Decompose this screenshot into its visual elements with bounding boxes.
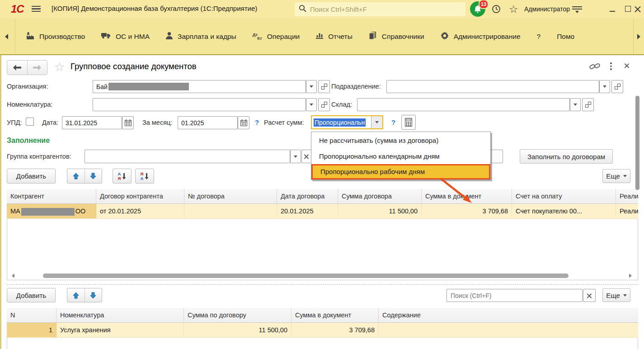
cell-contract-sum[interactable]: 11 500,00 [184, 323, 291, 338]
contracts-more-button[interactable]: Еще [602, 169, 630, 183]
hscroll-left-arrow[interactable] [12, 274, 14, 278]
get-link-icon[interactable] [589, 61, 602, 73]
back-button[interactable] [7, 61, 28, 75]
nomenclature-label: Номенклатура: [7, 101, 52, 108]
notifications-button[interactable]: 13 [470, 1, 487, 18]
sort-descending-button[interactable]: ЯА [135, 169, 154, 184]
move-up-button[interactable] [67, 288, 85, 302]
minimize-button[interactable] [610, 11, 615, 12]
warehouse-dropdown-button[interactable] [570, 98, 581, 111]
calc-combobox[interactable]: Пропорциональн [311, 115, 383, 129]
column-header[interactable]: Сумма в документ [291, 308, 379, 323]
menu-item-reports[interactable]: Отчеты [316, 32, 353, 41]
cell-content[interactable] [379, 323, 638, 338]
items-add-button[interactable]: Добавить [7, 288, 56, 302]
calculator-button[interactable] [401, 115, 416, 130]
forward-arrow-icon [33, 65, 41, 71]
organization-dropdown-button[interactable] [306, 80, 317, 93]
dropdown-option-no-calc[interactable]: Не рассчитывать (сумма из договора) [311, 132, 490, 149]
form-favorite-star-icon[interactable]: ☆ [54, 60, 65, 74]
column-header[interactable]: Договор контрагента [96, 189, 184, 204]
items-search-clear-button[interactable] [583, 289, 596, 302]
column-header[interactable]: Сумма договора [338, 189, 422, 204]
month-help-icon[interactable]: ? [255, 118, 259, 126]
column-header[interactable]: Номенклатура [56, 308, 184, 323]
column-header[interactable]: N [7, 308, 56, 323]
column-header[interactable]: Содержание [379, 308, 638, 323]
column-header[interactable]: Контрагент [7, 189, 96, 204]
menu-item-production[interactable]: Производство [26, 32, 85, 41]
move-down-button[interactable] [85, 288, 102, 302]
form-close-button[interactable] [624, 63, 630, 69]
nomenclature-open-button[interactable] [318, 98, 330, 111]
column-header[interactable]: № договора [184, 189, 277, 204]
menu-item-os-nma[interactable]: ОС и НМА [101, 32, 150, 41]
app-window: 1С [КОПИЯ] Демонстрационная база бухгалт… [0, 0, 644, 349]
cell-invoice[interactable]: Счет покупателю 00... [512, 204, 616, 219]
cell-contract[interactable]: от 20.01.2025 [96, 204, 184, 219]
cell-nomenclature[interactable]: Услуга хранения [56, 323, 184, 338]
nomenclature-dropdown-button[interactable] [306, 98, 317, 111]
items-table-row: 1 Услуга хранения 11 500,00 3 709,68 [7, 323, 638, 338]
cell-realization[interactable]: Реализа [616, 204, 638, 219]
column-header[interactable]: Дата договора [277, 189, 338, 204]
maximize-button[interactable] [625, 6, 631, 12]
menu-item-directories[interactable]: Справочники [369, 32, 424, 42]
horizontal-scrollbar-thumb[interactable] [43, 274, 569, 278]
cell-contract-sum[interactable]: 11 500,00 [338, 204, 422, 219]
contragent-group-dropdown-button[interactable] [290, 150, 301, 163]
department-open-button[interactable] [611, 80, 623, 93]
fill-by-contracts-button[interactable]: Заполнить по договорам [520, 149, 613, 164]
panel-splitter[interactable] [7, 284, 638, 285]
user-settings-icon[interactable] [572, 6, 582, 15]
calc-help-icon[interactable]: ? [391, 118, 395, 126]
cell-contract-no[interactable] [184, 204, 277, 219]
calc-dropdown-button[interactable] [371, 116, 382, 128]
menu-item-salary-hr[interactable]: Зарплата и кадры [166, 32, 236, 41]
items-search-input[interactable] [447, 289, 583, 302]
organization-field[interactable]: Бай [93, 80, 306, 93]
favorites-star-icon[interactable]: ☆ [509, 3, 518, 15]
organization-open-button[interactable] [318, 80, 330, 93]
column-header[interactable]: Сумма по договору [184, 308, 291, 323]
menu-item-administration[interactable]: Администрирование [441, 32, 521, 42]
upd-checkbox[interactable] [26, 118, 34, 126]
month-field[interactable]: 01.2025 [178, 116, 238, 129]
menu-item-help-mark[interactable]: ? [537, 33, 541, 41]
date-calendar-button[interactable] [122, 116, 134, 129]
column-header[interactable]: Счет на оплату [512, 189, 616, 204]
cell-contract-date[interactable]: 20.01.2025 [277, 204, 338, 219]
nomenclature-field[interactable] [93, 98, 306, 111]
hamburger-menu-icon[interactable] [32, 6, 41, 12]
cell-doc-sum[interactable]: 3 709,68 [291, 323, 379, 338]
warehouse-field[interactable] [357, 98, 570, 111]
month-calendar-button[interactable] [238, 116, 249, 129]
current-user[interactable]: Администратор [524, 5, 570, 13]
department-dropdown-button[interactable] [599, 80, 610, 93]
forward-button[interactable] [28, 61, 47, 75]
menu-scroll-left[interactable] [0, 19, 15, 54]
sort-ascending-button[interactable]: АЯ [113, 169, 132, 184]
warehouse-open-button[interactable] [582, 98, 594, 111]
items-more-button[interactable]: Еще [602, 288, 630, 302]
column-header[interactable]: Реализа [616, 189, 638, 204]
menu-item-operations[interactable]: ДтКт Операции [253, 32, 300, 41]
department-field[interactable] [386, 80, 599, 93]
close-window-button[interactable] [635, 6, 641, 12]
cell-n[interactable]: 1 [7, 323, 56, 338]
dropdown-option-calendar-days[interactable]: Пропорционально календарным дням [311, 149, 490, 164]
history-icon[interactable] [491, 4, 501, 16]
menu-item-help[interactable]: Помо [557, 33, 574, 41]
form-more-menu-icon[interactable] [610, 62, 612, 71]
cell-contragent[interactable]: МАОО [7, 204, 96, 219]
contragent-group-clear-button[interactable] [301, 150, 311, 163]
date-field[interactable]: 31.01.2025 [62, 116, 122, 129]
move-up-button[interactable] [67, 169, 85, 183]
contragent-group-field[interactable] [85, 150, 290, 163]
contracts-add-button[interactable]: Добавить [7, 169, 56, 184]
global-search-input[interactable]: Поиск Ctrl+Shift+F [295, 2, 465, 16]
hscroll-right-arrow[interactable] [629, 274, 632, 278]
menu-scroll-right[interactable] [637, 34, 640, 39]
move-down-button[interactable] [85, 169, 102, 183]
vertical-scrollbar-thumb[interactable] [635, 96, 639, 190]
